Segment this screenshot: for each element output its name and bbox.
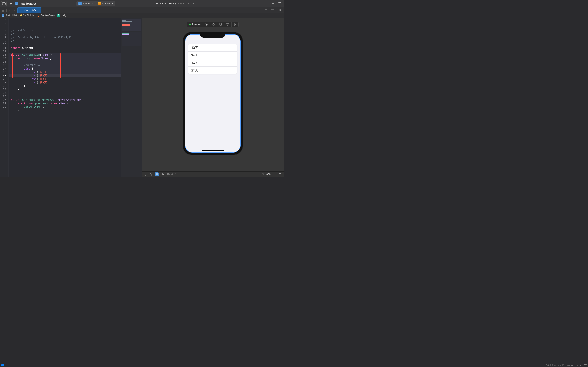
selected-element-pill[interactable] — [155, 173, 159, 176]
preview-inspect-button[interactable] — [210, 22, 217, 27]
zoom-dropdown[interactable]: ⌵ — [273, 173, 277, 176]
bc-file[interactable]: ContentView — [41, 14, 54, 17]
add-button[interactable] — [272, 2, 275, 5]
chevron-right-icon: › — [96, 2, 96, 5]
preview-live-button[interactable]: Preview — [187, 22, 203, 27]
code-line[interactable]: struct ContentView: View { — [11, 53, 121, 57]
line-number: 7 — [1, 32, 6, 36]
library-button[interactable] — [277, 1, 282, 6]
svg-point-21 — [151, 175, 152, 175]
zoom-out-button[interactable] — [261, 173, 265, 176]
zoom-level[interactable]: 65% — [267, 173, 271, 176]
code-line[interactable]: // — [11, 32, 121, 36]
chevron-left-icon: ‹ — [9, 8, 10, 12]
code-editor[interactable]: 3456789101112131415161718192021222324252… — [0, 18, 142, 177]
breadcrumb: ▢ SwiftUIList › 📁 SwiftUIList › ContentV… — [0, 13, 284, 18]
preview-canvas[interactable]: 第1页第2页第3页第4页 — [142, 18, 284, 171]
line-number: 6 — [1, 29, 6, 32]
divider — [6, 8, 7, 12]
line-number: 15 — [1, 60, 6, 63]
zoom-in-icon — [279, 173, 282, 176]
code-line[interactable] — [11, 50, 121, 53]
svg-rect-16 — [226, 24, 229, 25]
review-button[interactable] — [264, 8, 268, 12]
scheme-target-label: iPhone 11 — [102, 2, 113, 5]
code-line[interactable] — [11, 60, 121, 63]
play-icon — [9, 2, 12, 5]
code-line[interactable]: // Created by Ricardo Li on 2022/4/11. — [11, 36, 121, 39]
window-icon — [278, 2, 281, 5]
code-line[interactable]: } — [11, 84, 121, 88]
chevron-right-icon: › — [18, 14, 18, 17]
preview-controls-button[interactable] — [217, 22, 224, 27]
code-area[interactable]: // SwiftUIList//// Created by Ricardo Li… — [9, 18, 121, 177]
code-line[interactable]: // SwiftUIList — [11, 29, 121, 32]
list-lines-icon — [271, 9, 274, 11]
code-line[interactable]: } — [11, 112, 121, 115]
code-line[interactable]: Text("第1页") — [11, 70, 121, 74]
nav-forward-button[interactable]: › — [12, 8, 17, 12]
scheme-app-icon: ▢ — [78, 2, 82, 5]
line-number: 5 — [1, 25, 6, 29]
bc-symbol[interactable]: body — [61, 14, 66, 17]
line-gutter: 3456789101112131415161718192021222324252… — [0, 18, 8, 177]
scheme-selector[interactable]: ▢ SwiftUIList › iPhone 11 — [76, 1, 115, 6]
duplicate-icon — [233, 23, 236, 26]
svg-rect-10 — [279, 9, 281, 11]
code-line[interactable] — [11, 95, 121, 98]
tab-contentview[interactable]: ContentView — [17, 7, 42, 13]
bc-project[interactable]: SwiftUIList — [5, 14, 17, 17]
preview-run-button[interactable] — [203, 22, 210, 27]
code-line[interactable]: var body: some View { — [11, 57, 121, 60]
line-number: 19 — [1, 74, 6, 77]
code-line[interactable] — [11, 43, 121, 46]
code-line[interactable]: } — [11, 91, 121, 95]
code-line[interactable]: List { — [11, 67, 121, 70]
line-number: 24 — [1, 91, 6, 95]
preview-label: Preview — [192, 23, 201, 26]
code-line[interactable]: } — [11, 88, 121, 91]
code-line[interactable]: Text("第4页") — [11, 81, 121, 84]
zoom-in-button[interactable] — [278, 173, 282, 176]
home-indicator — [201, 150, 224, 151]
preview-ondevice-button[interactable] — [224, 22, 232, 27]
code-line[interactable]: Text("第3页") — [11, 77, 121, 81]
adjust-button[interactable] — [149, 173, 153, 176]
minimap[interactable] — [121, 18, 142, 177]
preview-corners-button[interactable] — [232, 22, 238, 27]
pin-button[interactable] — [144, 173, 147, 176]
line-number: 23 — [1, 88, 6, 91]
list-icon — [156, 173, 158, 175]
code-line[interactable] — [11, 115, 121, 119]
code-line[interactable]: //简单的列表 — [11, 63, 121, 67]
code-line[interactable]: static var previews: some View { — [11, 101, 121, 105]
toolbar: ▢ SwiftUIList ▢ SwiftUIList › iPhone 11 … — [0, 0, 284, 7]
minimap-region — [122, 19, 141, 31]
bc-group[interactable]: SwiftUIList — [23, 14, 35, 17]
line-number: 21 — [1, 81, 6, 84]
code-line[interactable]: ContentView() — [11, 105, 121, 108]
assistant-button[interactable] — [270, 8, 275, 12]
line-number: 9 — [1, 39, 6, 43]
chevron-right-icon: › — [14, 8, 15, 12]
run-button[interactable] — [9, 2, 12, 5]
svg-rect-1 — [2, 2, 3, 5]
line-number: 28 — [1, 105, 6, 108]
code-line[interactable]: // — [11, 39, 121, 43]
grid-button[interactable] — [1, 8, 5, 12]
scheme-app-label: SwiftUIList — [83, 2, 95, 5]
code-line[interactable]: import SwiftUI — [11, 46, 121, 50]
svg-marker-2 — [10, 2, 12, 5]
power-icon — [212, 23, 215, 26]
svg-rect-7 — [2, 10, 3, 11]
arrows-icon — [264, 9, 268, 11]
code-line[interactable]: struct ContentView_Previews: PreviewProv… — [11, 98, 121, 101]
code-line[interactable]: Text("第2页") — [11, 74, 121, 77]
code-line[interactable]: } — [11, 108, 121, 112]
toggle-right-sidebar-button[interactable] — [277, 8, 281, 12]
minimap-region — [122, 32, 141, 47]
toggle-left-sidebar-button[interactable] — [1, 1, 7, 6]
nav-back-button[interactable]: ‹ — [8, 8, 12, 12]
line-number: 3 — [1, 18, 6, 22]
build-status: SwiftUIList: Ready | Today at 17:33 — [156, 2, 194, 5]
